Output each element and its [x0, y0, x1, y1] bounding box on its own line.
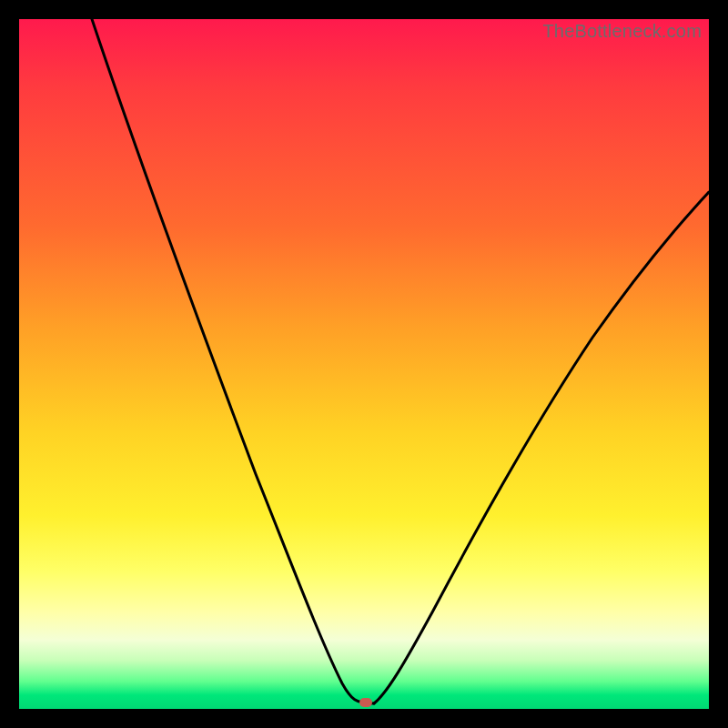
- plot-area: TheBottleneck.com: [19, 19, 709, 709]
- curve-left-branch: [92, 19, 374, 703]
- valley-marker: [359, 698, 372, 707]
- curve-right-branch: [374, 192, 709, 703]
- chart-frame: TheBottleneck.com: [0, 0, 728, 728]
- bottleneck-curve: [19, 19, 709, 709]
